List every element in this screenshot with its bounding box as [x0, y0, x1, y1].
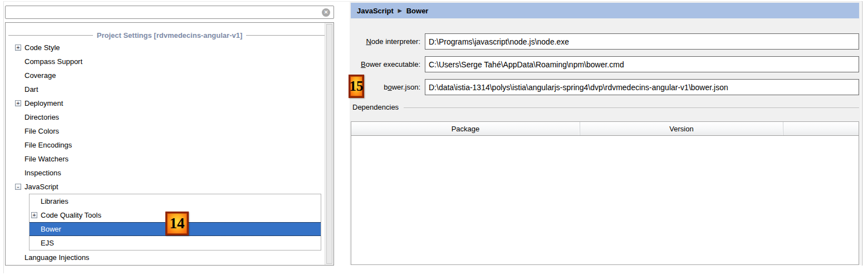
settings-search-box: ✕: [5, 6, 334, 19]
tree-item-compass-support[interactable]: Compass Support: [6, 55, 334, 68]
bower-executable-row: Bower executable:: [350, 56, 859, 72]
tree-item-label: Compass Support: [24, 57, 82, 66]
annotation-badge-14: 14: [165, 212, 189, 235]
label-text: ower executable:: [366, 60, 420, 68]
tree-scrollbar-thumb[interactable]: [326, 24, 332, 264]
bower-executable-field[interactable]: [425, 56, 859, 72]
column-header-package[interactable]: Package: [351, 122, 580, 135]
tree-item-deployment[interactable]: +Deployment: [6, 96, 334, 110]
bower-executable-label: Bower executable:: [350, 60, 425, 68]
separator-line-left: [8, 35, 93, 36]
tree-item-language-injections[interactable]: Language Injections: [6, 251, 334, 264]
tree-group-header: Project Settings [rdvmedecins-angular-v1…: [6, 30, 334, 41]
label-mnemonic: N: [366, 37, 371, 46]
tree-item-label: Deployment: [24, 99, 63, 107]
clear-search-icon[interactable]: ✕: [322, 8, 330, 17]
tree-item-ejs[interactable]: EJS: [30, 236, 321, 250]
tree-scrollbar[interactable]: [325, 23, 334, 265]
tree-item-label: Directories: [24, 113, 59, 121]
tree-item-label: Inspections: [24, 169, 61, 177]
tree-item-label: JavaScript: [24, 183, 58, 191]
bower-json-field[interactable]: [425, 79, 859, 95]
node-interpreter-field[interactable]: [425, 33, 859, 50]
tree-item-label: Libraries: [41, 197, 68, 205]
settings-dialog: ✕ Project Settings [rdvmedecins-angular-…: [0, 0, 868, 275]
node-interpreter-label: Node interpreter:: [350, 37, 425, 46]
tree-item-label: File Colors: [24, 127, 59, 135]
dependencies-table-body: [351, 136, 859, 264]
tree-item-inspections[interactable]: Inspections: [6, 166, 334, 180]
tree-item-dart[interactable]: Dart: [6, 82, 334, 96]
dialog-left-edge: [3, 1, 4, 273]
breadcrumb: JavaScript ▶ Bower: [351, 3, 859, 18]
tree-item-label: Dart: [24, 85, 38, 94]
separator-line-right: [246, 35, 331, 36]
breadcrumb-current: Bower: [406, 7, 429, 15]
dialog-right-edge: [862, 1, 862, 266]
tree-item-label: Code Quality Tools: [41, 211, 101, 219]
tree-item-label: EJS: [41, 239, 54, 247]
expander-plus-icon[interactable]: +: [31, 212, 37, 218]
label-mnemonic: B: [361, 60, 366, 68]
dependencies-table-header: Package Version: [351, 122, 859, 136]
tree-item-label: File Watchers: [24, 155, 68, 163]
dependencies-section-header: Dependencies: [352, 103, 859, 111]
dependencies-title: Dependencies: [352, 103, 399, 111]
dependencies-table: Package Version: [351, 121, 859, 265]
label-mnemonic: o: [388, 83, 391, 91]
tree-item-label: Bower: [41, 225, 61, 233]
tree-item-javascript[interactable]: -JavaScript: [6, 180, 334, 194]
dependencies-separator-line: [404, 107, 859, 108]
breadcrumb-parent[interactable]: JavaScript: [357, 7, 394, 15]
tree-item-label: File Encodings: [24, 141, 72, 149]
expander-plus-icon[interactable]: +: [15, 100, 21, 106]
settings-search-input[interactable]: [6, 6, 322, 18]
tree-item-label: Language Injections: [24, 253, 89, 262]
tree-item-libraries[interactable]: Libraries: [30, 194, 321, 208]
bower-json-row: bower.json:: [350, 79, 859, 95]
tree-item-file-watchers[interactable]: File Watchers: [6, 152, 334, 166]
expander-plus-icon[interactable]: +: [15, 45, 21, 51]
label-text: ode interpreter:: [371, 37, 420, 46]
label-text: wer.json:: [392, 83, 420, 91]
tree-group-header-label: Project Settings [rdvmedecins-angular-v1…: [97, 31, 243, 40]
tree-item-directories[interactable]: Directories: [6, 110, 334, 124]
tree-item-file-encodings[interactable]: File Encodings: [6, 138, 334, 152]
expander-minus-icon[interactable]: -: [15, 184, 21, 190]
breadcrumb-separator-icon: ▶: [398, 8, 402, 13]
tree-item-file-colors[interactable]: File Colors: [6, 124, 334, 138]
bower-settings-panel: JavaScript ▶ Bower Node interpreter: Bow…: [350, 2, 861, 265]
tree-item-code-style[interactable]: +Code Style: [6, 41, 334, 55]
annotation-badge-15: 15: [349, 75, 364, 98]
tree-item-label: Coverage: [24, 71, 56, 80]
column-header-extra[interactable]: [783, 122, 859, 135]
tree-item-coverage[interactable]: Coverage: [6, 68, 334, 82]
column-header-version[interactable]: Version: [580, 122, 783, 135]
node-interpreter-row: Node interpreter:: [350, 33, 859, 50]
tree-item-label: Code Style: [24, 43, 60, 52]
